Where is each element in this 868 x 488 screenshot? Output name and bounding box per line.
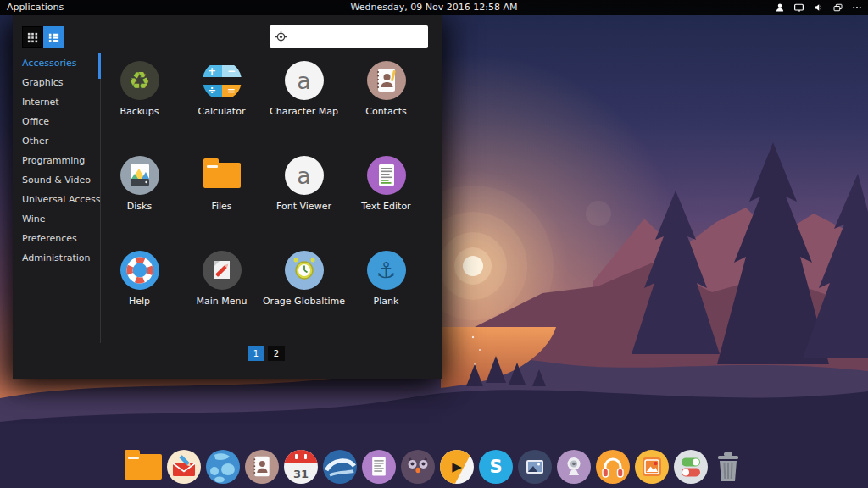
app-font-viewer[interactable]: a Font Viewer — [263, 156, 345, 251]
list-view-icon — [48, 32, 59, 43]
app-text-editor[interactable]: Text Editor — [345, 156, 427, 251]
dock-google-earth[interactable] — [323, 450, 357, 484]
dock-music[interactable] — [596, 450, 630, 484]
dock-skype[interactable]: S — [479, 450, 513, 484]
app-main-menu[interactable]: Main Menu — [181, 251, 263, 346]
page-switcher: 1 2 — [248, 346, 285, 361]
app-contacts[interactable]: Contacts — [345, 61, 427, 156]
category-internet[interactable]: Internet — [13, 92, 97, 112]
contacts-icon — [367, 61, 406, 100]
character-map-icon: a — [285, 61, 324, 100]
application-launcher: Accessories Graphics Internet Office Oth… — [13, 15, 442, 379]
dock-screenshot-tool[interactable] — [635, 450, 669, 484]
headphones-icon — [596, 450, 630, 484]
dock-photos[interactable] — [518, 450, 552, 484]
contacts-icon — [245, 450, 279, 484]
files-folder-icon — [203, 163, 241, 188]
user-icon[interactable] — [775, 3, 785, 13]
category-sound-video[interactable]: Sound & Video — [13, 170, 97, 190]
category-administration[interactable]: Administration — [13, 248, 97, 268]
windows-icon[interactable] — [832, 3, 843, 13]
dock-notes[interactable] — [362, 450, 396, 484]
app-orage-globaltime[interactable]: Orage Globaltime — [263, 251, 345, 346]
plank-dock: 31 ▶ S — [0, 450, 868, 484]
dock-birdie[interactable] — [401, 450, 435, 484]
dock-calendar[interactable]: 31 — [284, 450, 318, 484]
display-icon[interactable] — [793, 3, 804, 13]
grid-view-button[interactable] — [22, 26, 43, 48]
font-viewer-icon: a — [285, 156, 324, 195]
category-accessories[interactable]: Accessories — [13, 53, 97, 73]
category-preferences[interactable]: Preferences — [13, 229, 97, 248]
folder-icon — [125, 454, 162, 480]
app-character-map[interactable]: a Character Map — [263, 61, 345, 156]
calendar-icon — [284, 450, 318, 463]
category-programming[interactable]: Programming — [13, 151, 97, 170]
trash-icon — [714, 451, 743, 483]
grid-view-icon — [27, 32, 38, 43]
owl-icon — [401, 450, 435, 484]
page-2-button[interactable]: 2 — [268, 346, 285, 361]
text-editor-icon — [367, 156, 406, 195]
more-icon[interactable] — [852, 3, 862, 13]
google-earth-icon — [323, 450, 357, 484]
calculator-icon: + − ÷ = — [203, 61, 242, 100]
category-other[interactable]: Other — [13, 131, 97, 151]
app-help[interactable]: Help — [98, 251, 181, 346]
search-input[interactable] — [292, 31, 423, 43]
clock-indicator[interactable]: Wednesday, 09 Nov 2016 12:58 AM — [351, 0, 518, 15]
applications-menu-button[interactable]: Applications — [7, 0, 64, 15]
page-1-button[interactable]: 1 — [248, 346, 264, 361]
category-office[interactable]: Office — [13, 112, 97, 131]
document-icon — [362, 450, 396, 484]
webcam-icon — [557, 450, 591, 484]
dock-mail[interactable] — [167, 450, 201, 484]
panel-indicators — [775, 0, 862, 15]
photo-icon — [518, 450, 552, 484]
screenshot-icon — [635, 450, 669, 484]
app-backups[interactable]: ♻ Backups — [98, 61, 181, 156]
skype-icon: S — [489, 457, 502, 477]
app-grid: ♻ Backups + − ÷ = Calculator a Character… — [98, 61, 427, 346]
anchor-icon: ⚓ — [367, 251, 406, 290]
view-toggle — [22, 26, 64, 48]
dock-system-settings[interactable] — [674, 450, 708, 484]
app-calculator[interactable]: + − ÷ = Calculator — [181, 61, 263, 156]
category-list: Accessories Graphics Internet Office Oth… — [13, 53, 97, 268]
app-disks[interactable]: Disks — [98, 156, 181, 251]
main-menu-icon — [203, 251, 242, 290]
top-panel: Applications Wednesday, 09 Nov 2016 12:5… — [0, 0, 868, 15]
globe-icon — [206, 450, 240, 484]
help-lifesaver-icon — [120, 251, 159, 290]
app-plank[interactable]: ⚓ Plank — [345, 251, 427, 346]
app-files[interactable]: Files — [181, 156, 263, 251]
play-icon: ▶ — [452, 459, 462, 474]
category-wine[interactable]: Wine — [13, 209, 97, 229]
toggles-icon — [674, 450, 708, 484]
dock-contacts[interactable] — [245, 450, 279, 484]
disks-icon — [120, 156, 159, 195]
dock-files[interactable] — [125, 450, 162, 484]
list-view-button[interactable] — [43, 26, 64, 48]
dock-camera[interactable] — [557, 450, 591, 484]
category-universal-access[interactable]: Universal Access — [13, 190, 97, 209]
search-box — [270, 25, 428, 48]
dock-web-browser[interactable] — [206, 450, 240, 484]
category-graphics[interactable]: Graphics — [13, 73, 97, 92]
search-target-icon — [275, 30, 287, 43]
volume-icon[interactable] — [813, 3, 824, 13]
backups-icon: ♻ — [120, 61, 159, 100]
alarm-clock-icon — [285, 251, 324, 290]
dock-video-player[interactable]: ▶ — [440, 450, 474, 484]
dock-trash[interactable] — [713, 450, 743, 484]
mail-icon — [167, 450, 201, 484]
